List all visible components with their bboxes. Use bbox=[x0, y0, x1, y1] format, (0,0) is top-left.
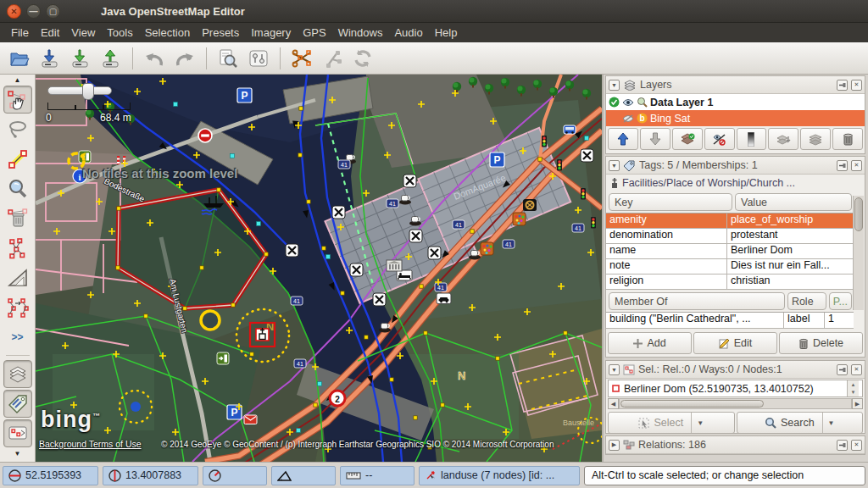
close-panel-icon[interactable]: ✕ bbox=[851, 160, 862, 171]
collapse-panel-icon[interactable]: ▼ bbox=[609, 160, 620, 171]
layer-visibility-button[interactable] bbox=[704, 128, 735, 150]
svg-text:41: 41 bbox=[437, 285, 444, 291]
layer-duplicate-button[interactable] bbox=[800, 128, 831, 150]
delete-tag-button[interactable]: Delete bbox=[779, 332, 863, 354]
map-zoom-slider[interactable] bbox=[47, 86, 112, 95]
stick-panel-icon[interactable] bbox=[837, 160, 848, 171]
preferences-button[interactable] bbox=[244, 45, 273, 72]
collapse-panel-icon[interactable]: ▼ bbox=[609, 364, 620, 375]
close-panel-icon[interactable]: ✕ bbox=[851, 364, 862, 375]
select-button[interactable]: Select ▼ bbox=[608, 412, 735, 434]
svg-text:i: i bbox=[78, 172, 81, 182]
delete-tool-button[interactable] bbox=[3, 204, 32, 232]
select-tool-button[interactable] bbox=[3, 86, 32, 114]
selection-hscrollbar[interactable]: ◀ ▶ bbox=[608, 398, 863, 409]
redo-icon bbox=[174, 48, 196, 69]
layer-merge-button[interactable] bbox=[768, 128, 798, 150]
edit-toolbar: ▲ >> bbox=[0, 75, 36, 462]
parallel-way-tool-button[interactable] bbox=[3, 293, 32, 321]
bing-terms-link[interactable]: Background Terms of Use bbox=[39, 439, 142, 449]
value-column-header[interactable]: Value bbox=[735, 193, 852, 211]
window-minimize-button[interactable]: — bbox=[26, 4, 41, 19]
position-header[interactable]: P... bbox=[829, 292, 852, 310]
list-spinner[interactable]: ▲▼ bbox=[847, 380, 859, 396]
menu-presets[interactable]: Presets bbox=[196, 25, 245, 41]
layer-move-up-button[interactable] bbox=[608, 128, 638, 150]
tag-row[interactable]: noteDies ist nur ein Fall... bbox=[606, 259, 854, 274]
close-panel-icon[interactable]: ✕ bbox=[851, 440, 862, 451]
selection-dialog-toggle[interactable] bbox=[3, 419, 32, 447]
tag-row[interactable]: nameBerliner Dom bbox=[606, 244, 854, 259]
membership-row[interactable]: building ("Berlin Cathedral", ... label … bbox=[606, 313, 854, 329]
update-data-button[interactable] bbox=[348, 45, 377, 72]
search-objects-button[interactable] bbox=[214, 45, 242, 72]
zoom-tool-button[interactable] bbox=[3, 175, 32, 202]
tag-row[interactable]: amenityplace_of_worship bbox=[606, 214, 854, 229]
tags-dialog-toggle[interactable] bbox=[3, 390, 32, 418]
house-number-badge: 41 bbox=[387, 199, 398, 208]
preset-row[interactable]: Facilities/Place of Worship/Church ... bbox=[606, 175, 865, 191]
svg-text:41: 41 bbox=[297, 361, 303, 367]
selection-list-item[interactable]: Berliner Dom (52.5190735, 13.4010752) ▲▼ bbox=[608, 380, 863, 397]
layer-delete-button[interactable] bbox=[832, 128, 863, 150]
layers-dialog-toggle[interactable] bbox=[3, 360, 32, 388]
combine-way-button[interactable] bbox=[318, 45, 347, 72]
draw-nodes-tool-button[interactable] bbox=[3, 145, 32, 173]
layer-row-bing[interactable]: b Bing Sat bbox=[606, 110, 865, 126]
menu-audio[interactable]: Audio bbox=[388, 25, 428, 41]
tag-row[interactable]: religionchristian bbox=[606, 274, 854, 290]
restaurant-icon bbox=[286, 244, 298, 257]
collapse-panel-icon[interactable]: ▼ bbox=[609, 80, 620, 91]
toolbar-scroll-down[interactable]: ▼ bbox=[3, 449, 32, 458]
tag-row[interactable]: denominationprotestant bbox=[606, 229, 854, 244]
map-view[interactable]: N bbox=[36, 75, 602, 462]
menu-tools[interactable]: Tools bbox=[101, 25, 138, 41]
upload-button[interactable] bbox=[97, 45, 125, 72]
edit-tag-button[interactable]: Edit bbox=[693, 332, 777, 354]
role-header[interactable]: Role bbox=[787, 292, 826, 310]
menu-edit[interactable]: Edit bbox=[35, 25, 65, 41]
expand-panel-icon[interactable]: ▶ bbox=[609, 440, 620, 451]
download-data-button[interactable] bbox=[66, 45, 95, 72]
close-panel-icon[interactable]: ✕ bbox=[851, 80, 862, 91]
menu-gps[interactable]: GPS bbox=[297, 25, 331, 41]
search-button[interactable]: Search ▼ bbox=[737, 412, 864, 434]
more-tools-button[interactable]: >> bbox=[3, 323, 32, 351]
menu-selection[interactable]: Selection bbox=[139, 25, 196, 41]
toolbar-scroll-up[interactable]: ▲ bbox=[3, 75, 32, 84]
menu-windows[interactable]: Windows bbox=[332, 25, 389, 41]
member-of-header[interactable]: Member Of bbox=[609, 292, 785, 310]
visible-eye-icon[interactable] bbox=[622, 98, 634, 107]
scroll-right-icon: ▶ bbox=[852, 398, 863, 409]
extrude-tool-button[interactable] bbox=[3, 263, 32, 291]
split-way-button[interactable] bbox=[287, 45, 316, 72]
lasso-tool-button[interactable] bbox=[3, 115, 32, 143]
key-column-header[interactable]: Key bbox=[609, 193, 732, 211]
menu-help[interactable]: Help bbox=[429, 25, 464, 41]
download-osm-button[interactable] bbox=[36, 45, 64, 72]
stick-panel-icon[interactable] bbox=[837, 364, 848, 375]
tags-scrollbar[interactable] bbox=[853, 196, 864, 310]
selection-icon bbox=[623, 364, 635, 375]
layer-opacity-button[interactable] bbox=[737, 128, 767, 150]
stick-panel-icon[interactable] bbox=[837, 440, 848, 451]
menu-imagery[interactable]: Imagery bbox=[245, 25, 297, 41]
open-file-button[interactable] bbox=[5, 45, 34, 72]
layer-row-data[interactable]: Data Layer 1 bbox=[606, 94, 865, 110]
redo-button[interactable] bbox=[170, 45, 199, 72]
zoom-slider-handle[interactable] bbox=[82, 83, 94, 100]
layer-activate-button[interactable] bbox=[672, 128, 703, 150]
undo-button[interactable] bbox=[140, 45, 169, 72]
house-number-badge: 41 bbox=[294, 359, 306, 368]
map-canvas[interactable]: N bbox=[36, 75, 602, 462]
active-layer-check-icon bbox=[609, 97, 620, 108]
layer-move-down-button[interactable] bbox=[640, 128, 670, 150]
menu-view[interactable]: View bbox=[65, 25, 101, 41]
unglue-tool-button[interactable] bbox=[3, 234, 32, 262]
hidden-eye-icon[interactable] bbox=[622, 114, 634, 123]
stick-panel-icon[interactable] bbox=[837, 80, 848, 91]
window-maximize-button[interactable]: ▢ bbox=[46, 4, 60, 19]
add-tag-button[interactable]: Add bbox=[608, 332, 692, 354]
menu-file[interactable]: File bbox=[5, 25, 35, 41]
window-close-button[interactable]: ✕ bbox=[7, 4, 21, 19]
